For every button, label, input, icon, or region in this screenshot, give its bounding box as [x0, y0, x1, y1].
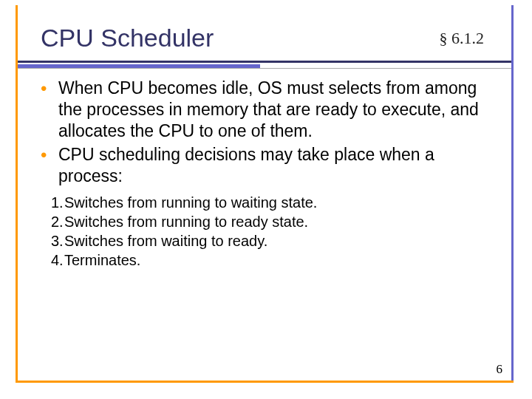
sublist-text: Terminates. [64, 252, 140, 268]
underline-bar-shadow [18, 68, 511, 69]
sublist-item: 2.Switches from running to ready state. [51, 212, 495, 231]
underline-bar-dark [18, 61, 511, 63]
frame-bottom [16, 381, 514, 383]
slide: CPU Scheduler § 6.1.2 When CPU becomes i… [0, 0, 532, 399]
numbered-sublist: 1.Switches from running to waiting state… [51, 193, 495, 270]
slide-header: CPU Scheduler § 6.1.2 [41, 24, 491, 52]
frame-right [511, 5, 514, 381]
sublist-item: 3.Switches from waiting to ready. [51, 231, 495, 250]
sublist-number: 4. [51, 250, 64, 270]
page-number: 6 [497, 362, 503, 377]
sublist-item: 1.Switches from running to waiting state… [51, 193, 495, 212]
sublist-number: 1. [51, 193, 64, 212]
section-reference: § 6.1.2 [440, 29, 485, 48]
slide-body: When CPU becomes idle, OS must selects f… [41, 78, 495, 270]
sublist-item: 4.Terminates. [51, 250, 495, 270]
sublist-text: Switches from running to ready state. [64, 214, 308, 230]
bullet-list: When CPU becomes idle, OS must selects f… [41, 78, 495, 187]
slide-title: CPU Scheduler [41, 24, 214, 52]
sublist-text: Switches from running to waiting state. [64, 194, 317, 211]
bullet-item: CPU scheduling decisions may take place … [41, 144, 495, 187]
bullet-item: When CPU becomes idle, OS must selects f… [41, 78, 495, 141]
sublist-number: 2. [51, 212, 64, 231]
sublist-number: 3. [51, 231, 64, 250]
title-underline [18, 61, 511, 69]
sublist-text: Switches from waiting to ready. [64, 233, 267, 249]
